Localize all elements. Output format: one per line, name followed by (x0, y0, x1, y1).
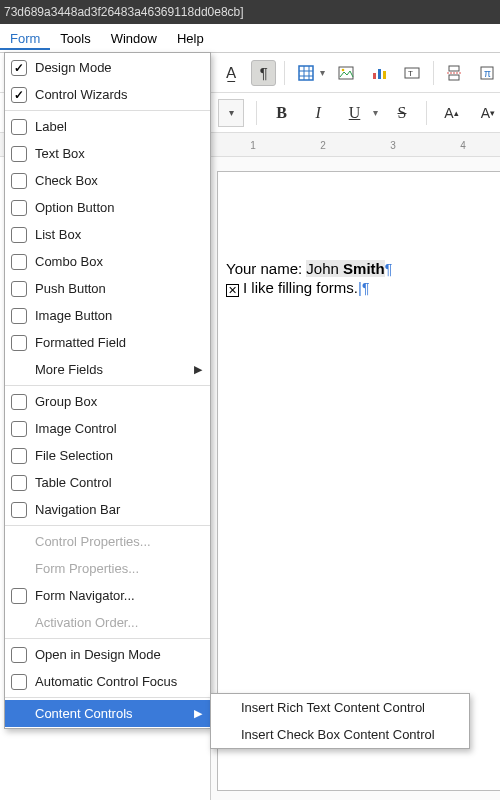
menubar: Form Tools Window Help (0, 24, 500, 53)
checkbox-icon (11, 173, 27, 189)
checkbox-icon (11, 502, 27, 518)
field-label: Your name: (226, 260, 306, 277)
menu-separator (5, 110, 210, 111)
checkbox-icon (11, 227, 27, 243)
first-name: John (306, 260, 343, 277)
ruler-tick: 4 (428, 140, 498, 151)
mi-group-box[interactable]: Group Box (5, 388, 210, 415)
mi-text-box[interactable]: Text Box (5, 140, 210, 167)
insert-image-icon[interactable] (333, 60, 358, 86)
mi-form-navigator[interactable]: Form Navigator... (5, 582, 210, 609)
chevron-right-icon: ▶ (194, 363, 202, 376)
mi-table-control[interactable]: Table Control (5, 469, 210, 496)
checkbox-icon (11, 335, 27, 351)
mi-design-mode[interactable]: Design Mode (5, 54, 210, 81)
menu-separator (5, 638, 210, 639)
page-content[interactable]: Your name: John Smith¶ ✕I like filling f… (218, 172, 500, 298)
insert-textbox-icon[interactable]: T (400, 60, 425, 86)
line-1: Your name: John Smith¶ (226, 260, 498, 279)
mi-push-button[interactable]: Push Button (5, 275, 210, 302)
separator (433, 61, 434, 85)
checkbox-icon (11, 119, 27, 135)
mi-label: Design Mode (35, 60, 202, 75)
checkbox-icon (11, 200, 27, 216)
separator (256, 101, 257, 125)
checkbox-icon (11, 448, 27, 464)
underline-button[interactable]: U (342, 100, 366, 126)
smi-insert-check-box[interactable]: Insert Check Box Content Control (211, 721, 469, 748)
svg-rect-0 (299, 66, 313, 80)
mi-content-controls[interactable]: Content Controls▶ (5, 700, 210, 727)
mi-label: Group Box (35, 394, 202, 409)
superscript-button[interactable]: A▴ (439, 100, 463, 126)
mi-label: Formatted Field (35, 335, 202, 350)
subscript-button[interactable]: A▾ (476, 100, 500, 126)
separator (426, 101, 427, 125)
svg-rect-9 (383, 71, 386, 79)
mi-label: Image Button (35, 308, 202, 323)
mi-image-button[interactable]: Image Button (5, 302, 210, 329)
mi-label: Combo Box (35, 254, 202, 269)
mi-label: Text Box (35, 146, 202, 161)
mi-label: List Box (35, 227, 202, 242)
bold-button[interactable]: B (269, 100, 293, 126)
svg-rect-8 (378, 69, 381, 79)
line-2: ✕I like filling forms.|¶ (226, 279, 498, 298)
table-icon[interactable] (293, 60, 318, 86)
menu-help[interactable]: Help (167, 27, 214, 50)
mi-more-fields[interactable]: More Fields▶ (5, 356, 210, 383)
separator (284, 61, 285, 85)
special-char-icon[interactable]: π (475, 60, 500, 86)
checkbox-icon (11, 146, 27, 162)
menu-tools[interactable]: Tools (50, 27, 100, 50)
mi-label: Content Controls (35, 706, 194, 721)
mi-label: More Fields (35, 362, 194, 377)
mi-control-wizards[interactable]: Control Wizards (5, 81, 210, 108)
checkbox-icon (11, 588, 27, 604)
mi-formatted-field[interactable]: Formatted Field (5, 329, 210, 356)
svg-rect-13 (449, 75, 459, 80)
page-break-icon[interactable] (442, 60, 467, 86)
mi-option-button[interactable]: Option Button (5, 194, 210, 221)
mi-label[interactable]: Label (5, 113, 210, 140)
mi-label: Table Control (35, 475, 202, 490)
mi-open-design-mode[interactable]: Open in Design Mode (5, 641, 210, 668)
checkbox-glyph[interactable]: ✕ (226, 284, 239, 297)
ruler-tick: 2 (288, 140, 358, 151)
strikethrough-button[interactable]: S (390, 100, 414, 126)
svg-text:T: T (408, 69, 413, 78)
form-menu-dropdown: Design Mode Control Wizards Label Text B… (4, 52, 211, 729)
menu-separator (5, 697, 210, 698)
text-field-value[interactable]: John Smith (306, 260, 384, 277)
letter-a: A (481, 105, 490, 121)
mi-image-control[interactable]: Image Control (5, 415, 210, 442)
insert-chart-icon[interactable] (367, 60, 392, 86)
mi-list-box[interactable]: List Box (5, 221, 210, 248)
chevron-down-icon[interactable]: ▾ (373, 107, 378, 118)
font-color-icon[interactable]: A̲ (218, 60, 243, 86)
mi-check-box[interactable]: Check Box (5, 167, 210, 194)
mi-auto-control-focus[interactable]: Automatic Control Focus (5, 668, 210, 695)
mi-combo-box[interactable]: Combo Box (5, 248, 210, 275)
chevron-right-icon: ▶ (194, 707, 202, 720)
svg-text:π: π (484, 68, 491, 79)
menu-form[interactable]: Form (0, 27, 50, 50)
last-name: Smith (343, 260, 385, 277)
menu-separator (5, 525, 210, 526)
menu-separator (5, 385, 210, 386)
italic-button[interactable]: I (306, 100, 330, 126)
pilcrow-icon: ¶ (362, 280, 370, 296)
checkbox-icon (11, 647, 27, 663)
chevron-down-icon[interactable]: ▾ (320, 67, 325, 78)
menu-window[interactable]: Window (101, 27, 167, 50)
mi-activation-order: Activation Order... (5, 609, 210, 636)
font-size-dropdown[interactable]: ▾ (218, 99, 244, 127)
smi-insert-rich-text[interactable]: Insert Rich Text Content Control (211, 694, 469, 721)
checkbox-icon (11, 254, 27, 270)
letter-a: A (444, 105, 453, 121)
line-2-text: I like filling forms. (243, 279, 358, 296)
mi-navigation-bar[interactable]: Navigation Bar (5, 496, 210, 523)
formatting-marks-icon[interactable]: ¶ (251, 60, 276, 86)
mi-file-selection[interactable]: File Selection (5, 442, 210, 469)
pilcrow-icon: ¶ (385, 261, 393, 277)
